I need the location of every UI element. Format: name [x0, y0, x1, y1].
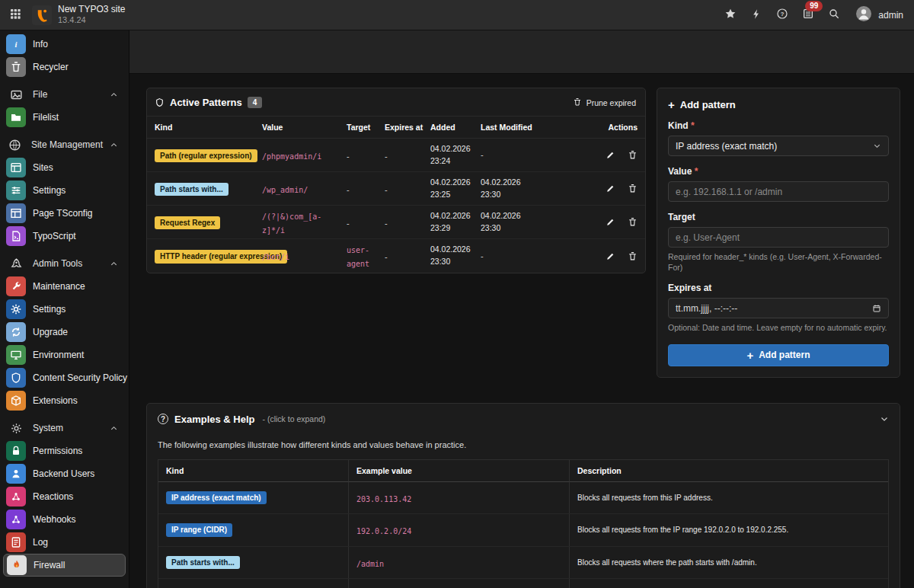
- examples-expand-hint: - (click to expand): [263, 414, 326, 423]
- pattern-value-cell: /wp_admin/: [262, 182, 342, 196]
- sidebar-item-page-tsconfig[interactable]: Page TSconfig: [0, 202, 129, 225]
- trash-icon: [628, 251, 638, 261]
- expires-datetime-input[interactable]: tt.mm.jjjj, --:--:--: [668, 298, 889, 318]
- sidebar-item-typoscript[interactable]: TypoScript: [0, 225, 129, 248]
- modified-empty: -: [481, 150, 484, 159]
- image-icon: [6, 88, 26, 101]
- kind-badge: Path starts with...: [155, 183, 228, 197]
- star-icon: [724, 8, 737, 22]
- example-value-line: 192.0.2.0/24: [356, 520, 411, 540]
- examples-header[interactable]: ? Examples & Help - (click to expand): [147, 404, 900, 434]
- edit-pattern-button[interactable]: [606, 217, 615, 227]
- delete-pattern-button[interactable]: [628, 184, 638, 193]
- column-header: Actions: [608, 117, 638, 138]
- sidebar-item-site-settings[interactable]: Settings: [0, 179, 129, 202]
- topbar: New TYPO3 site 13.4.24 ? 99 admin: [0, 0, 914, 30]
- kind-badge: Path (regular expression): [155, 149, 257, 163]
- pattern-actions-cell: [606, 217, 638, 227]
- sidebar-section-label: File: [33, 89, 47, 100]
- sidebar-section-site-management[interactable]: Site Management: [0, 133, 129, 156]
- pattern-expires-cell: -: [385, 216, 426, 229]
- typo3-backend: New TYPO3 site 13.4.24 ? 99 admin iInfoR…: [0, 0, 914, 588]
- sidebar-item-label: Log: [33, 537, 48, 548]
- sidebar-item-upgrade[interactable]: Upgrade: [0, 321, 129, 344]
- sidebar-section-file[interactable]: File: [0, 83, 129, 106]
- pattern-count-badge: 4: [248, 97, 263, 108]
- add-pattern-form: + Add pattern Kind * IP address (exact m…: [657, 88, 900, 378]
- example-row: Path (exact match)/admin/loginBlocks req…: [158, 579, 888, 588]
- target-label: Target: [668, 212, 889, 222]
- example-row: Path starts with.../adminBlocks all requ…: [158, 547, 888, 580]
- pattern-target: -: [347, 219, 350, 228]
- sliders-icon: [6, 181, 26, 200]
- pattern-expires: -: [385, 252, 388, 261]
- delete-pattern-button[interactable]: [628, 150, 638, 160]
- sidebar-item-recycler[interactable]: Recycler: [0, 56, 129, 78]
- active-patterns-card: Active Patterns 4 Prune expired KindValu…: [146, 88, 646, 273]
- pattern-row: Request Regex/(?|&)com_[a-z]*/i--04.02.2…: [147, 206, 645, 239]
- pattern-kind-cell: Path (regular expression): [155, 148, 257, 163]
- sidebar-item-content-security-policy[interactable]: Content Security Policy: [0, 366, 129, 389]
- pattern-value: /bot/i: [262, 253, 289, 261]
- sidebar-item-firewall[interactable]: Firewall: [3, 554, 126, 577]
- sidebar-item-sites[interactable]: Sites: [0, 156, 129, 179]
- notification-badge: 99: [805, 1, 823, 11]
- pattern-kind-cell: HTTP header (regular expression): [155, 248, 257, 264]
- sidebar-item-backend-users[interactable]: Backend Users: [0, 462, 129, 485]
- expires-label: Expires at: [668, 283, 889, 293]
- bookmarks-button[interactable]: [719, 0, 742, 30]
- system-information-button[interactable]: 99: [797, 0, 820, 30]
- modified-date: 04.02.2026: [481, 210, 548, 222]
- examples-help-card: ? Examples & Help - (click to expand) Th…: [146, 403, 900, 588]
- sidebar-item-admin-settings[interactable]: Settings: [0, 298, 129, 321]
- kind-badge: IP range (CIDR): [166, 523, 232, 537]
- module-sidebar: iInfoRecyclerFileFilelistSite Management…: [0, 30, 129, 588]
- submit-label: Add pattern: [759, 350, 810, 360]
- sidebar-item-reactions[interactable]: Reactions: [0, 485, 129, 508]
- trash-icon: [628, 217, 638, 227]
- example-description-cell: Blocks requests where the path matches e…: [570, 579, 888, 588]
- sidebar-section-admin-tools[interactable]: Admin Tools: [0, 252, 129, 275]
- help-button[interactable]: ?: [771, 0, 794, 30]
- sidebar-section-label: Site Management: [31, 139, 103, 150]
- sidebar-item-permissions[interactable]: Permissions: [0, 439, 129, 462]
- delete-pattern-button[interactable]: [628, 251, 638, 261]
- target-input[interactable]: [668, 227, 889, 248]
- edit-pattern-button[interactable]: [606, 150, 615, 160]
- delete-pattern-button[interactable]: [628, 217, 638, 227]
- form-title-label: Add pattern: [680, 99, 736, 110]
- sidebar-item-label: Environment: [33, 350, 84, 360]
- sidebar-item-info[interactable]: iInfo: [0, 33, 129, 56]
- sidebar-section-system[interactable]: System: [0, 417, 129, 439]
- search-button[interactable]: [823, 0, 845, 30]
- pattern-value-cell: /bot/i: [262, 249, 342, 263]
- pattern-value-cell: /phpmyadmin/i: [262, 149, 342, 162]
- trash-icon: [628, 184, 638, 193]
- pattern-expires-cell: -: [385, 149, 426, 162]
- sidebar-item-maintenance[interactable]: Maintenance: [0, 275, 129, 298]
- docheader: [129, 30, 914, 74]
- kind-select-value: IP address (exact match): [676, 141, 873, 152]
- sidebar-item-environment[interactable]: Environment: [0, 344, 129, 366]
- prune-expired-button[interactable]: Prune expired: [573, 97, 636, 108]
- module-menu-toggle-button[interactable]: [0, 0, 30, 30]
- typo3-version: 13.4.24: [58, 15, 125, 26]
- svg-text:?: ?: [781, 11, 785, 18]
- value-input[interactable]: [668, 181, 889, 202]
- sidebar-item-extensions[interactable]: Extensions: [0, 389, 129, 412]
- clear-cache-button[interactable]: [745, 0, 768, 30]
- kind-select[interactable]: IP address (exact match): [668, 136, 889, 156]
- pattern-row: HTTP header (regular expression)/bot/ius…: [147, 239, 645, 273]
- add-pattern-submit-button[interactable]: + Add pattern: [668, 344, 889, 366]
- edit-pattern-button[interactable]: [606, 251, 615, 261]
- sidebar-item-filelist[interactable]: Filelist: [0, 106, 129, 129]
- patterns-table-body: Path (regular expression)/phpmyadmin/i--…: [147, 139, 645, 273]
- user-menu-button[interactable]: admin: [855, 5, 903, 25]
- sidebar-item-webhooks[interactable]: Webhooks: [0, 508, 129, 531]
- sidebar-item-log[interactable]: Log: [0, 531, 129, 554]
- pattern-modified-cell: -: [481, 149, 548, 161]
- column-header: Added: [430, 117, 476, 138]
- edit-pattern-button[interactable]: [606, 184, 615, 193]
- pattern-added-cell: 04.02.202623:25: [430, 177, 476, 201]
- chevron-up-icon: [110, 424, 118, 433]
